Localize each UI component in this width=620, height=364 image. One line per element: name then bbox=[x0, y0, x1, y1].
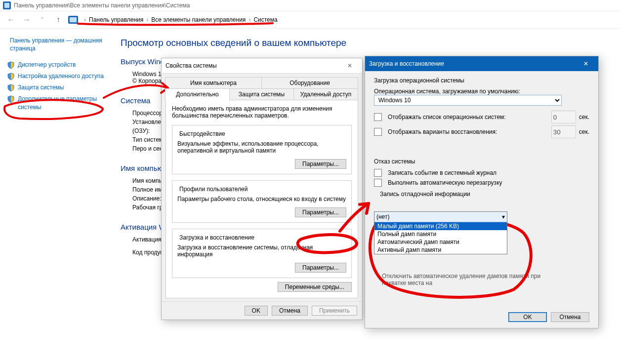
titlebar: Панель управления\Все элементы панели уп… bbox=[0, 0, 620, 11]
startup-recovery-dialog: Загрузка и восстановление ✕ Загрузка опе… bbox=[365, 56, 599, 328]
startup-recovery-settings-button[interactable]: Параметры... bbox=[295, 263, 346, 273]
group-legend: Профили пользователей bbox=[177, 186, 249, 193]
breadcrumb-sep: › bbox=[146, 16, 148, 23]
control-panel-home-link[interactable]: Панель управления — домашняя страница bbox=[10, 37, 106, 52]
group-legend: Быстродействие bbox=[177, 130, 227, 137]
show-recovery-label: Отображать варианты восстановления: bbox=[388, 128, 497, 135]
write-event-label: Записать событие в системный журнал bbox=[388, 169, 496, 176]
tab-remote[interactable]: Удаленный доступ bbox=[293, 88, 358, 100]
chevron-down-icon: ▾ bbox=[502, 213, 505, 220]
name-row: Полное имя bbox=[132, 186, 165, 193]
show-recovery-row: Отображать варианты восстановления: сек. bbox=[374, 125, 589, 138]
environment-variables-button[interactable]: Переменные среды... bbox=[278, 282, 352, 292]
sidebar-item-system-protection[interactable]: Защита системы bbox=[5, 82, 106, 93]
ok-button[interactable]: OK bbox=[245, 306, 268, 316]
group-system-failure: Отказ системы Записать событие в системн… bbox=[374, 158, 589, 198]
breadcrumb-c[interactable]: Система bbox=[253, 16, 277, 23]
dialog-title[interactable]: Загрузка и восстановление ✕ bbox=[365, 56, 598, 71]
close-button[interactable]: ✕ bbox=[578, 58, 594, 69]
debug-info-dropdown[interactable]: (нет) ▾ Малый дамп памяти (256 KB) Полны… bbox=[374, 211, 507, 254]
sidebar: Панель управления — домашняя страница Ди… bbox=[0, 28, 109, 364]
sidebar-item-device-manager[interactable]: Диспетчер устройств bbox=[5, 59, 106, 71]
sidebar-link[interactable]: Диспетчер устройств bbox=[18, 61, 76, 69]
performance-settings-button[interactable]: Параметры... bbox=[295, 159, 346, 169]
default-os-select[interactable]: Windows 10 bbox=[374, 95, 562, 106]
group-legend: Загрузка и восстановление bbox=[177, 234, 256, 241]
tab-advanced[interactable]: Дополнительно bbox=[165, 88, 230, 100]
shield-icon bbox=[7, 61, 15, 69]
title-path: Панель управления\Все элементы панели уп… bbox=[14, 2, 190, 9]
show-os-list-checkbox[interactable] bbox=[374, 113, 382, 121]
back-button[interactable]: ← bbox=[5, 14, 17, 26]
page-title: Просмотр основных сведений о вашем компь… bbox=[121, 38, 608, 48]
sec-unit: сек. bbox=[579, 114, 589, 121]
sidebar-link[interactable]: Дополнительные параметры системы bbox=[18, 95, 104, 111]
group-desc: Визуальные эффекты, использование процес… bbox=[177, 140, 346, 154]
os-list-seconds[interactable] bbox=[551, 111, 576, 123]
show-os-list-row: Отображать список операционных систем: с… bbox=[374, 111, 589, 123]
system-properties-dialog: Свойства системы ✕ Имя компьютера Оборуд… bbox=[161, 58, 363, 320]
auto-restart-checkbox[interactable] bbox=[374, 179, 382, 187]
sidebar-link[interactable]: Настройка удаленного доступа bbox=[18, 72, 104, 80]
dialog-title-text: Свойства системы bbox=[165, 62, 217, 69]
dropdown-selected-text: (нет) bbox=[376, 213, 389, 220]
shield-icon bbox=[7, 95, 15, 103]
dropdown-option-active-dump[interactable]: Активный дамп памяти bbox=[374, 246, 507, 254]
breadcrumb-a[interactable]: Панель управления bbox=[89, 16, 143, 23]
debug-info-label: Запись отладочной информации bbox=[380, 191, 589, 198]
breadcrumb-sep: › bbox=[248, 16, 250, 23]
name-row: Описание: bbox=[132, 195, 162, 202]
name-row: Имя компьн bbox=[132, 177, 165, 184]
default-os-label: Операционная система, загружаемая по умо… bbox=[374, 88, 589, 95]
cancel-button[interactable]: Отмена bbox=[551, 312, 589, 322]
recent-dropdown[interactable]: ˅ bbox=[37, 14, 48, 26]
up-button[interactable]: ↑ bbox=[52, 14, 64, 26]
dropdown-option-full-dump[interactable]: Полный дамп памяти bbox=[374, 230, 507, 238]
dropdown-option-auto-dump[interactable]: Автоматический дамп памяти bbox=[374, 238, 507, 246]
tab-hardware[interactable]: Оборудование bbox=[261, 77, 358, 89]
group-desc: Загрузка и восстановление системы, отлад… bbox=[177, 244, 346, 258]
shield-icon bbox=[7, 73, 15, 81]
show-recovery-checkbox[interactable] bbox=[374, 128, 382, 136]
dialog-title[interactable]: Свойства системы ✕ bbox=[162, 58, 362, 74]
dropdown-option-small-dump[interactable]: Малый дамп памяти (256 KB) bbox=[374, 222, 507, 230]
sec-unit: сек. bbox=[579, 128, 589, 135]
sidebar-item-remote-settings[interactable]: Настройка удаленного доступа bbox=[5, 71, 106, 82]
group-desc: Параметры рабочего стола, относящиеся ко… bbox=[177, 196, 346, 202]
dropdown-list: Малый дамп памяти (256 KB) Полный дамп п… bbox=[374, 222, 507, 254]
forward-button: → bbox=[21, 14, 33, 26]
group-title: Загрузка операционной системы bbox=[374, 77, 589, 84]
location-icon bbox=[68, 16, 78, 24]
sidebar-item-advanced-system-settings[interactable]: Дополнительные параметры системы bbox=[5, 93, 106, 112]
tab-page-advanced: Необходимо иметь права администратора дл… bbox=[165, 100, 358, 298]
recovery-seconds[interactable] bbox=[551, 125, 576, 138]
tab-computer-name[interactable]: Имя компьютера bbox=[165, 77, 262, 89]
dialog-title-text: Загрузка и восстановление bbox=[369, 60, 444, 67]
apply-button: Применить bbox=[312, 306, 357, 316]
auto-restart-label: Выполнить автоматическую перезагрузку bbox=[388, 179, 502, 186]
shield-icon bbox=[7, 84, 15, 92]
breadcrumb-b[interactable]: Все элементы панели управления bbox=[151, 16, 246, 23]
user-profiles-settings-button[interactable]: Параметры... bbox=[295, 207, 346, 217]
group-system-startup: Загрузка операционной системы Операционн… bbox=[374, 77, 589, 138]
tab-system-protection[interactable]: Защита системы bbox=[229, 88, 294, 100]
sys-row: (ОЗУ): bbox=[132, 127, 150, 134]
nav-row: ← → ˅ ↑ › Панель управления › Все элемен… bbox=[0, 11, 620, 29]
write-event-checkbox[interactable] bbox=[374, 169, 382, 177]
system-icon bbox=[3, 1, 11, 9]
group-startup-recovery: Загрузка и восстановление Загрузка и вос… bbox=[172, 229, 352, 278]
dialog-footer: OK Отмена Применить bbox=[162, 301, 362, 320]
breadcrumb[interactable]: › Панель управления › Все элементы панел… bbox=[84, 16, 278, 23]
sidebar-link[interactable]: Защита системы bbox=[18, 83, 64, 91]
ok-button[interactable]: OK bbox=[508, 312, 547, 322]
close-button[interactable]: ✕ bbox=[341, 60, 358, 71]
group-performance: Быстродействие Визуальные эффекты, испол… bbox=[172, 125, 352, 174]
cancel-button[interactable]: Отмена bbox=[272, 306, 308, 316]
group-user-profiles: Профили пользователей Параметры рабочего… bbox=[172, 180, 352, 223]
dropdown-selected[interactable]: (нет) ▾ bbox=[374, 212, 507, 222]
breadcrumb-sep: › bbox=[84, 16, 86, 23]
group-title: Отказ системы bbox=[374, 158, 589, 165]
show-os-list-label: Отображать список операционных систем: bbox=[388, 114, 506, 121]
overwrite-disabled-text: Отключить автоматическое удаление дампов… bbox=[382, 273, 555, 286]
sys-row: Процессор: bbox=[132, 110, 164, 117]
